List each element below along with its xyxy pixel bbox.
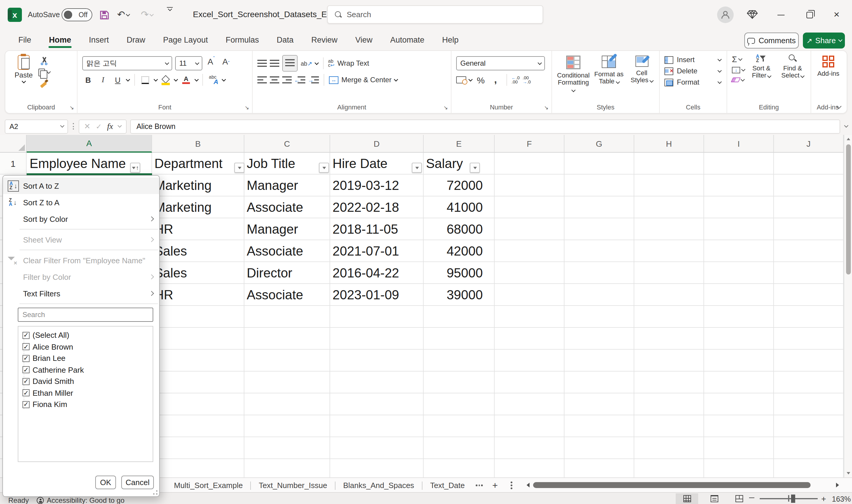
cell-e2[interactable]: 72000 [424, 175, 483, 196]
align-right-button[interactable] [282, 76, 292, 84]
vertical-scrollbar[interactable] [844, 135, 852, 478]
sheet-options-icon[interactable] [511, 485, 513, 486]
clear-button[interactable] [732, 77, 745, 82]
filter-button-department[interactable] [234, 163, 244, 173]
page-break-view-button[interactable] [728, 493, 750, 504]
menu-item-sort-z-to-a[interactable]: ZA↓ Sort Z to A [3, 194, 159, 211]
cell-c1[interactable]: Job Title [247, 152, 324, 175]
number-format-select[interactable]: General [456, 56, 545, 70]
cell-a1[interactable]: Employee Name [30, 152, 133, 175]
vertical-scroll-thumb[interactable] [846, 144, 851, 274]
percent-style-button[interactable]: % [475, 73, 487, 86]
wrap-text-button[interactable]: Wrap Text [337, 59, 369, 68]
checkbox-checked-icon[interactable]: ✓ [22, 332, 30, 339]
confirm-entry-button[interactable]: ✓ [96, 122, 102, 130]
cell-d5[interactable]: 2021-07-01 [332, 240, 415, 262]
format-as-table-button[interactable]: Format as Table [592, 56, 626, 85]
tab-view[interactable]: View [349, 32, 379, 48]
top-align-button[interactable] [257, 60, 267, 67]
accounting-format-button[interactable] [456, 76, 466, 84]
cell-b5[interactable]: Sales [155, 240, 243, 262]
chevron-down-icon[interactable] [194, 77, 198, 81]
filter-value-item[interactable]: ✓Alice Brown [22, 341, 153, 353]
cut-button[interactable] [38, 57, 50, 65]
filter-value-item[interactable]: ✓David Smith [22, 376, 153, 387]
tab-help[interactable]: Help [436, 32, 465, 48]
formula-input[interactable]: Alice Brown [130, 119, 840, 133]
accessibility-status[interactable]: Accessibility: Good to go [37, 496, 125, 504]
tab-insert[interactable]: Insert [83, 32, 116, 48]
chevron-down-icon[interactable] [469, 77, 472, 81]
cell-b7[interactable]: HR [155, 284, 243, 306]
resize-grip-icon[interactable] [156, 493, 157, 494]
tab-formulas[interactable]: Formulas [219, 32, 266, 48]
zoom-level[interactable]: 163% [832, 495, 851, 503]
align-center-button[interactable] [270, 76, 279, 84]
tab-draw[interactable]: Draw [120, 32, 152, 48]
select-all-corner[interactable] [0, 135, 26, 152]
restore-button[interactable] [801, 7, 818, 22]
decrease-indent-button[interactable]: ← [295, 76, 305, 84]
cell-b2[interactable]: Marketing [155, 175, 243, 196]
chevron-down-icon[interactable] [315, 61, 319, 65]
fill-color-button[interactable] [160, 73, 171, 86]
minimize-button[interactable] [773, 7, 789, 22]
phonetic-guide-button[interactable]: abcA [208, 73, 219, 86]
comma-style-button[interactable]: , [490, 73, 502, 86]
dialog-launcher-icon[interactable]: ↘ [244, 105, 249, 111]
zoom-slider-thumb[interactable] [791, 494, 795, 503]
column-header-a[interactable]: A [26, 135, 152, 152]
filter-value-item[interactable]: ✓Ethan Miller [22, 387, 153, 399]
filter-value-item[interactable]: ✓Fiona Kim [22, 399, 153, 410]
format-painter-button[interactable] [38, 80, 50, 88]
tab-file[interactable]: File [12, 32, 38, 48]
zoom-out-button[interactable] [749, 498, 755, 498]
cell-e6[interactable]: 95000 [424, 262, 483, 284]
column-header-c[interactable]: C [244, 135, 330, 152]
filter-value-select-all[interactable]: ✓(Select All) [22, 329, 153, 341]
merge-center-button[interactable]: Merge & Center [341, 76, 392, 84]
bottom-align-button[interactable] [282, 55, 297, 72]
filter-value-list[interactable]: ✓(Select All) ✓Alice Brown ✓Brian Lee ✓C… [18, 326, 153, 462]
tab-overflow-icon[interactable] [476, 485, 483, 486]
insert-function-button[interactable]: fx [107, 122, 113, 131]
filter-button-employee-name[interactable]: ↑ [130, 163, 140, 173]
cell-c2[interactable]: Manager [247, 175, 324, 196]
sheet-tab-multi-sort-example[interactable]: Multi_Sort_Example [166, 478, 251, 493]
scroll-left-icon[interactable] [527, 483, 529, 487]
zoom-in-button[interactable]: + [821, 494, 826, 503]
page-layout-view-button[interactable] [703, 493, 725, 504]
cell-e4[interactable]: 68000 [424, 218, 483, 240]
menu-item-sort-by-color[interactable]: Sort by Color [3, 211, 159, 227]
checkbox-checked-icon[interactable]: ✓ [22, 378, 30, 385]
chevron-down-icon[interactable] [174, 77, 178, 81]
increase-decimal-button[interactable]: ←.0 .00 [511, 76, 520, 84]
autosum-button[interactable]: Σ [732, 56, 745, 63]
sheet-tab-text-date[interactable]: Text_Date [422, 478, 472, 493]
cancel-button[interactable]: Cancel [121, 475, 154, 489]
sheet-tab-text-number-issue[interactable]: Text_Number_Issue [251, 478, 335, 493]
close-button[interactable]: × [828, 7, 845, 22]
cell-b6[interactable]: Sales [155, 262, 243, 284]
tab-home[interactable]: Home [42, 32, 78, 48]
decrease-decimal-button[interactable]: .00 →.0 [523, 76, 531, 84]
cell-b1[interactable]: Department [155, 152, 243, 175]
cell-b4[interactable]: HR [155, 218, 243, 240]
cell-e7[interactable]: 39000 [424, 284, 483, 306]
column-header-g[interactable]: G [564, 135, 634, 152]
font-name-select[interactable]: 맑은 고딕 [82, 56, 172, 70]
premium-gem-icon[interactable] [747, 10, 758, 21]
cell-d6[interactable]: 2016-04-22 [332, 262, 415, 284]
dialog-launcher-icon[interactable]: ↘ [443, 105, 448, 111]
scroll-right-icon[interactable] [836, 483, 839, 487]
filter-button-salary[interactable] [470, 163, 480, 173]
middle-align-button[interactable] [270, 60, 279, 67]
undo-button[interactable]: ↶ [117, 7, 130, 22]
filter-value-item[interactable]: ✓Brian Lee [22, 353, 153, 364]
column-header-b[interactable]: B [152, 135, 244, 152]
font-size-select[interactable]: 11 [175, 56, 202, 70]
cell-styles-button[interactable]: Cell Styles [628, 56, 656, 84]
borders-button[interactable] [139, 73, 151, 86]
checkbox-checked-icon[interactable]: ✓ [22, 401, 30, 408]
share-button[interactable]: ↗Share [803, 33, 845, 49]
